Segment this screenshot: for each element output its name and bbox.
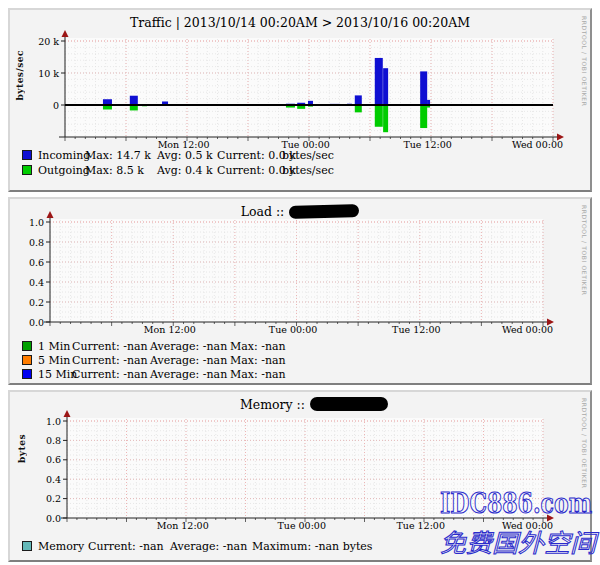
legend-stat-value: Average: -nan xyxy=(150,368,227,381)
legend-stat-value: Average: -nan xyxy=(150,340,227,353)
legend-swatch-icon xyxy=(22,165,32,175)
legend-series-label: 5 Min xyxy=(38,354,70,367)
rrdtool-watermark: RRDTOOL / TOBI OETIKER xyxy=(581,205,588,295)
legend-stat-value: bytes/sec xyxy=(282,149,334,162)
rrdtool-watermark: RRDTOOL / TOBI OETIKER xyxy=(581,16,588,106)
legend-row: 5 MinCurrent: -nanAverage: -nanMax: -nan xyxy=(10,354,590,368)
legend-series-label: Incoming xyxy=(38,149,90,162)
legend-stat-value: Maximum: -nan bytes xyxy=(252,540,372,553)
legend-stat-value: Max: 8.5 k xyxy=(85,164,144,177)
legend-stat-value: Average: -nan xyxy=(170,540,247,553)
legend-swatch-icon xyxy=(22,355,32,365)
legend-stat-value: Avg: 0.4 k xyxy=(157,164,213,177)
traffic-graph-panel: 20 k10 k0Mon 12:00Tue 00:00Tue 12:00Wed … xyxy=(8,8,592,192)
traffic-legend: IncomingMax: 14.7 kAvg: 0.5 kCurrent: 0.… xyxy=(10,10,590,190)
legend-series-label: 1 Min xyxy=(38,340,70,353)
legend-row: OutgoingMax: 8.5 kAvg: 0.4 kCurrent: 0.0… xyxy=(10,164,590,178)
legend-series-label: Outgoing xyxy=(38,164,90,177)
legend-stat-value: Current: -nan xyxy=(88,540,164,553)
legend-stat-value: bytes/sec xyxy=(282,164,334,177)
rrdtool-watermark: RRDTOOL / TOBI OETIKER xyxy=(581,398,588,488)
legend-swatch-icon xyxy=(22,541,32,551)
load-graph-panel: 1.00.80.60.40.20.0Mon 12:00Tue 00:00Tue … xyxy=(8,197,592,385)
legend-stat-value: Current: -nan xyxy=(72,354,148,367)
legend-stat-value: Max: -nan xyxy=(230,368,286,381)
legend-row: 1 MinCurrent: -nanAverage: -nanMax: -nan xyxy=(10,340,590,354)
site-watermark-domain: IDC886.com xyxy=(440,488,592,519)
legend-stat-value: Avg: 0.5 k xyxy=(157,149,213,162)
legend-swatch-icon xyxy=(22,150,32,160)
legend-stat-value: Max: -nan xyxy=(230,340,286,353)
legend-stat-value: Max: -nan xyxy=(230,354,286,367)
site-watermark: IDC886.com 免费国外空间 xyxy=(438,486,600,565)
load-legend: 1 MinCurrent: -nanAverage: -nanMax: -nan… xyxy=(10,199,590,383)
site-watermark-slogan: 免费国外空间 xyxy=(440,529,599,558)
legend-stat-value: Current: -nan xyxy=(72,368,148,381)
legend-stat-value: Average: -nan xyxy=(150,354,227,367)
legend-stat-value: Current: -nan xyxy=(72,340,148,353)
legend-swatch-icon xyxy=(22,341,32,351)
legend-swatch-icon xyxy=(22,369,32,379)
legend-row: IncomingMax: 14.7 kAvg: 0.5 kCurrent: 0.… xyxy=(10,149,590,163)
legend-stat-value: Max: 14.7 k xyxy=(85,149,151,162)
legend-row: 15 MinCurrent: -nanAverage: -nanMax: -na… xyxy=(10,368,590,382)
legend-series-label: Memory xyxy=(38,540,84,553)
